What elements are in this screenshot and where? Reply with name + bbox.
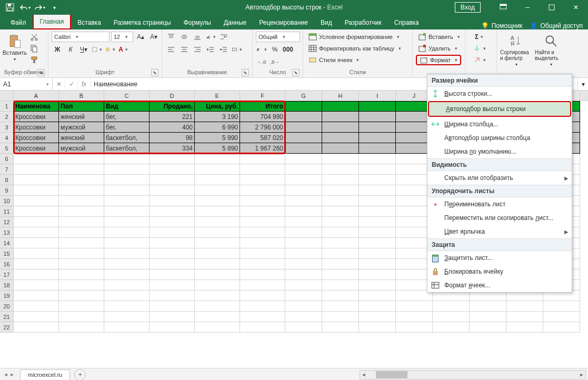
cell[interactable] [543,322,580,333]
row-header[interactable]: 20 [0,301,14,312]
row-header[interactable]: 14 [0,238,14,248]
cell[interactable] [150,175,195,185]
underline-icon[interactable]: Ч▾ [78,44,89,55]
sheet-tab[interactable]: microexcel.ru [20,369,70,379]
autosum-icon[interactable]: Σ [469,32,490,42]
increase-indent-icon[interactable] [218,44,230,55]
cell[interactable] [104,322,150,333]
cell[interactable]: 400 [150,122,195,133]
cell[interactable]: 5 990 [195,133,240,143]
cell[interactable] [506,322,543,333]
cell[interactable]: мужской [59,122,104,133]
cell[interactable] [59,164,104,175]
cut-icon[interactable] [28,32,40,42]
row-header[interactable]: 5 [0,143,14,154]
col-header[interactable]: A [14,91,59,101]
col-header[interactable]: C [104,91,150,101]
cell[interactable] [150,206,195,217]
cell[interactable] [322,227,359,238]
cell[interactable] [195,175,240,185]
cell[interactable]: мужской [59,143,104,154]
cell[interactable] [14,301,59,312]
cell[interactable] [285,112,322,122]
add-sheet-button[interactable]: + [74,369,86,381]
cell[interactable] [14,185,59,196]
cell[interactable] [433,322,470,333]
redo-icon[interactable]: ▾ [33,2,46,13]
cell[interactable] [195,280,240,291]
cell[interactable] [14,280,59,291]
cell[interactable] [359,322,396,333]
close-button[interactable]: ✕ [564,0,588,15]
decrease-indent-icon[interactable] [205,44,216,55]
cell[interactable] [322,259,359,269]
cell[interactable]: Наименова [14,101,59,112]
row-header[interactable]: 10 [0,196,14,206]
cell[interactable] [285,227,322,238]
cell[interactable] [285,238,322,248]
cell[interactable]: 5 890 [195,143,240,154]
tab-review[interactable]: Рецензирование [253,16,314,29]
cell[interactable] [433,312,470,322]
cell[interactable] [59,259,104,269]
font-size-combo[interactable]: 12 [111,32,133,42]
select-all-corner[interactable] [0,91,14,101]
menu-default-width[interactable]: Ширина по умолчанию... [427,145,572,158]
font-color-icon[interactable]: A [117,44,129,55]
cell[interactable] [59,301,104,312]
cell[interactable] [285,312,322,322]
cell[interactable] [104,154,150,164]
find-select-button[interactable]: Найти и выделить▾ [535,32,567,67]
cell[interactable] [322,312,359,322]
cell[interactable] [104,164,150,175]
menu-hide-unhide[interactable]: Скрыть или отобразить▶ [427,171,572,185]
cell[interactable] [359,196,396,206]
cell[interactable] [59,154,104,164]
cell[interactable] [195,227,240,238]
cell[interactable]: 3 190 [195,112,240,122]
tab-developer[interactable]: Разработчик [338,16,388,29]
row-header[interactable]: 2 [0,112,14,122]
cell[interactable]: Кроссовки [14,122,59,133]
cell[interactable] [359,248,396,259]
cell[interactable] [150,238,195,248]
cell[interactable] [285,206,322,217]
fx-enter-icon[interactable]: ✓ [65,78,78,90]
cell[interactable]: Вид [104,101,150,112]
wrap-text-icon[interactable] [218,32,230,42]
orientation-icon[interactable]: ab [205,32,216,42]
qat-customize-icon[interactable]: ▾ [47,2,61,13]
cell[interactable] [240,269,285,280]
increase-font-icon[interactable]: A▴ [135,32,146,42]
tab-insert[interactable]: Вставка [71,16,107,29]
accounting-icon[interactable]: ₽ [256,44,267,55]
cell[interactable] [104,196,150,206]
cell[interactable] [240,206,285,217]
cell[interactable] [285,291,322,301]
cell[interactable] [104,269,150,280]
cell[interactable] [470,312,506,322]
comma-icon[interactable]: 000 [282,44,294,55]
cell[interactable] [359,217,396,227]
cell[interactable] [104,238,150,248]
cell[interactable] [322,185,359,196]
cell[interactable] [240,217,285,227]
cell[interactable]: бег, [104,122,150,133]
cell[interactable] [195,269,240,280]
italic-icon[interactable]: К [65,44,76,55]
format-cells-button[interactable]: Формат [416,55,461,65]
menu-tab-color[interactable]: Цвет ярлычка▶ [427,225,572,238]
cell-styles-button[interactable]: Стили ячеек [306,55,361,65]
col-header[interactable]: E [195,91,240,101]
row-header[interactable]: 1 [0,101,14,112]
cell[interactable] [59,291,104,301]
row-header[interactable]: 8 [0,175,14,185]
ribbon-options-icon[interactable] [491,0,515,15]
cell[interactable] [240,227,285,238]
cell[interactable] [285,133,322,143]
cell[interactable]: 334 [150,143,195,154]
cell[interactable] [59,269,104,280]
insert-cells-button[interactable]: Вставить [416,32,462,42]
col-header[interactable]: G [285,91,322,101]
cell[interactable] [285,196,322,206]
